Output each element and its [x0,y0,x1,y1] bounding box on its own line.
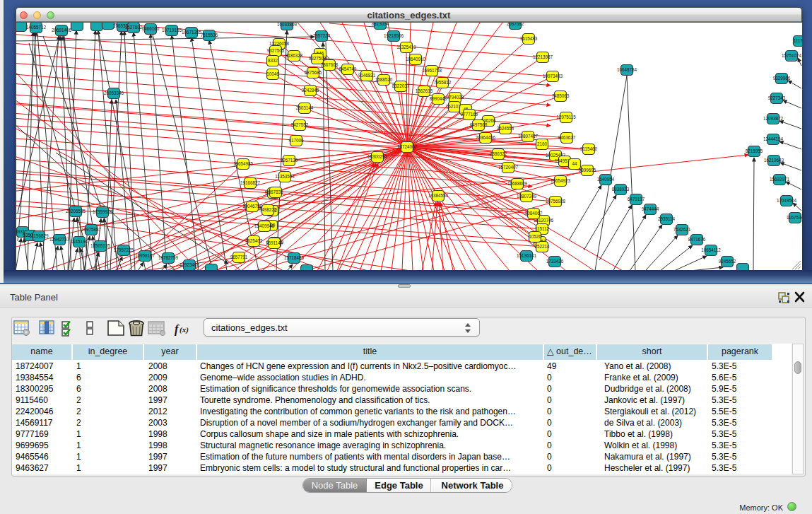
svg-text:8471676: 8471676 [688,237,706,242]
svg-text:9242848: 9242848 [302,88,319,93]
svg-text:17019504: 17019504 [777,198,797,203]
svg-text:10719155: 10719155 [162,28,182,33]
svg-text:7357224: 7357224 [313,33,331,38]
svg-text:12444154: 12444154 [763,136,784,141]
svg-text:2087682: 2087682 [507,23,524,26]
svg-text:9777169: 9777169 [461,112,478,117]
svg-text:9498222: 9498222 [259,207,277,212]
svg-text:20691406: 20691406 [52,28,72,33]
svg-text:8427552: 8427552 [291,122,309,127]
svg-text:6479197: 6479197 [628,197,645,201]
svg-text:12923468: 12923468 [180,262,200,267]
svg-text:7625402: 7625402 [245,238,263,243]
svg-text:1362615: 1362615 [416,88,433,93]
svg-text:10807487: 10807487 [518,134,539,139]
svg-text:7632621: 7632621 [673,227,691,232]
svg-text:10688609: 10688609 [507,181,528,186]
svg-text:10671355: 10671355 [182,30,202,35]
svg-text:10958107: 10958107 [135,253,155,258]
svg-text:16210643: 16210643 [764,158,784,163]
svg-text:19218506: 19218506 [384,33,404,38]
svg-text:3624554: 3624554 [497,126,514,131]
svg-text:9327505: 9327505 [267,48,285,53]
svg-text:7485063: 7485063 [552,93,570,98]
svg-text:6497568: 6497568 [470,122,488,127]
svg-text:8186328: 8186328 [286,53,303,58]
svg-text:115112: 115112 [535,226,550,231]
svg-text:5875685: 5875685 [305,70,322,75]
svg-text:19654923: 19654923 [551,178,571,183]
svg-text:10973493: 10973493 [543,74,563,78]
svg-text:12942737: 12942737 [49,237,70,242]
svg-text:9657791: 9657791 [230,255,248,259]
svg-text:6466160: 6466160 [142,26,160,31]
svg-text:2935114: 2935114 [658,216,676,221]
svg-text:1640954: 1640954 [597,177,615,182]
svg-text:367835: 367835 [268,189,283,194]
svg-text:11325419: 11325419 [396,45,416,49]
svg-text:11178: 11178 [794,38,802,43]
svg-text:1615483: 1615483 [520,36,538,41]
svg-text:1588520: 1588520 [375,77,393,82]
svg-text:10975887: 10975887 [81,227,102,232]
svg-text:9899695: 9899695 [579,168,596,173]
svg-text:8454749: 8454749 [339,66,357,71]
svg-text:9084067: 9084067 [525,211,543,216]
svg-text:16961758: 16961758 [422,68,442,73]
svg-text:8215955: 8215955 [746,148,763,153]
svg-text:1733426: 1733426 [546,259,564,264]
svg-text:15692971: 15692971 [770,177,790,182]
svg-text:15718485: 15718485 [284,255,305,260]
svg-text:7955812: 7955812 [434,80,452,85]
svg-text:15409948: 15409948 [254,223,275,228]
svg-text:44: 44 [572,161,577,166]
svg-text:18807249: 18807249 [517,194,537,199]
svg-text:9329966: 9329966 [773,76,791,81]
svg-text:2867608: 2867608 [321,62,339,67]
svg-text:26053346: 26053346 [104,90,124,95]
svg-text:8990448: 8990448 [430,96,447,101]
svg-text:18640910: 18640910 [406,57,426,62]
svg-text:9327508: 9327508 [309,56,326,61]
svg-text:11353594: 11353594 [275,174,295,179]
svg-text:7515536: 7515536 [201,33,218,37]
svg-text:12505135: 12505135 [90,243,111,248]
svg-text:18724007: 18724007 [397,144,418,149]
svg-text:9794028: 9794028 [447,95,464,100]
svg-text:8938923: 8938923 [612,187,630,192]
svg-text:(x): (x) [180,325,189,334]
svg-text:1145194: 1145194 [71,239,88,244]
svg-text:16782759: 16782759 [158,255,179,260]
svg-text:20364456: 20364456 [476,135,496,140]
svg-text:9463627: 9463627 [558,135,576,140]
svg-text:15136141: 15136141 [517,253,537,258]
svg-text:10654112: 10654112 [701,247,721,252]
svg-text:12975115: 12975115 [556,115,576,119]
svg-text:10046: 10046 [266,71,279,76]
svg-text:2160: 2160 [537,141,548,146]
svg-text:19654985: 19654985 [233,161,254,166]
svg-text:8332: 8332 [268,58,278,63]
svg-text:10648784: 10648784 [617,67,637,72]
svg-text:8813054: 8813054 [372,23,389,26]
svg-text:19166827: 19166827 [240,180,261,185]
svg-text:12093872: 12093872 [763,116,784,121]
svg-text:8322037: 8322037 [392,83,410,88]
svg-text:19384554: 19384554 [428,193,449,198]
svg-text:3267130: 3267130 [281,158,298,163]
svg-text:16033809: 16033809 [277,23,298,27]
svg-text:1691144: 1691144 [266,240,283,245]
svg-text:417006: 417006 [288,138,304,143]
svg-text:9245652: 9245652 [719,259,736,264]
svg-text:17957225: 17957225 [114,247,134,252]
svg-text:9146821: 9146821 [358,73,376,78]
svg-text:15751074: 15751074 [782,53,802,58]
svg-text:11156829: 11156829 [29,233,49,238]
svg-text:9115460: 9115460 [580,146,598,151]
svg-text:1527602: 1527602 [125,25,143,30]
svg-text:10526: 10526 [529,234,541,239]
svg-text:18300295: 18300295 [367,154,388,159]
svg-text:20206535: 20206535 [66,209,86,214]
svg-text:1167534: 1167534 [787,215,802,220]
svg-text:f: f [175,323,180,336]
